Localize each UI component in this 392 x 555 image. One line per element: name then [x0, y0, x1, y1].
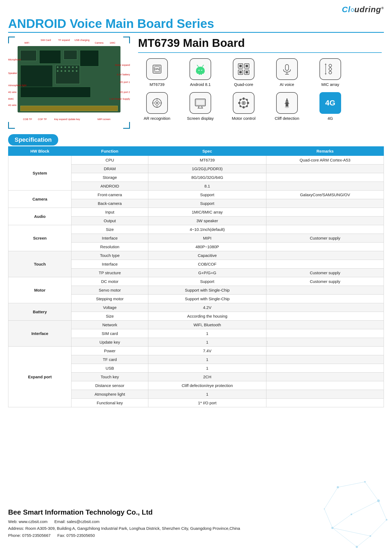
- pcb-board: [18, 46, 120, 112]
- logo-cl: Cl: [342, 5, 351, 14]
- fax-label: Fax:: [57, 533, 65, 538]
- cell-function: Size: [71, 225, 148, 234]
- svg-rect-35: [239, 71, 242, 73]
- feature-motor: Motor control: [225, 92, 263, 121]
- cell-spec: 2CH: [148, 373, 266, 381]
- cell-spec: 480P~1080P: [148, 243, 266, 251]
- cell-hwblock: Motor: [8, 277, 71, 303]
- aivoice-icon: [276, 58, 298, 80]
- svg-text:CPU: CPU: [154, 68, 159, 70]
- feature-quadcore: Quad-core: [225, 58, 263, 87]
- cell-function: Interface: [71, 260, 148, 269]
- svg-line-24: [202, 65, 204, 67]
- cell-remarks: [266, 321, 384, 329]
- svg-point-40: [329, 64, 332, 67]
- cell-spec: 7.4V: [148, 347, 266, 355]
- cell-function: Functional key: [71, 399, 148, 407]
- svg-rect-25: [196, 70, 197, 73]
- cell-remarks: [266, 199, 384, 208]
- cell-remarks: [266, 182, 384, 191]
- cell-function: Power: [71, 347, 148, 355]
- cell-remarks: [266, 329, 384, 338]
- cell-remarks: [266, 347, 384, 355]
- board-title-line: [138, 52, 382, 53]
- label-4gwire1: 4G wire: [8, 91, 17, 93]
- svg-line-94: [357, 536, 370, 547]
- feature-android-label: Android 8.1: [190, 82, 211, 87]
- cell-spec: 8G/16G/32G/64G: [148, 173, 266, 182]
- specification-heading: Specification: [8, 134, 58, 146]
- label-42vbattery: 4.2V battery: [117, 73, 130, 76]
- main-title: ANDROID Voice Main Board Series: [8, 16, 214, 31]
- email-label: Email:: [54, 519, 66, 524]
- svg-rect-65: [238, 102, 240, 104]
- address-value: Room A305-309, Building A, Gangzhilong I…: [25, 526, 240, 531]
- svg-rect-36: [246, 71, 248, 73]
- cell-function: TP structure: [71, 269, 148, 277]
- cell-spec: Support: [148, 199, 266, 208]
- svg-rect-26: [203, 70, 205, 73]
- board-title: MT6739 Main Board: [138, 37, 382, 50]
- cell-function: DRAM: [71, 164, 148, 173]
- label-keyexpand: Key expand Update key: [54, 118, 80, 121]
- cell-remarks: [266, 355, 384, 364]
- svg-point-42: [329, 71, 332, 74]
- cell-spec: 1: [148, 338, 266, 347]
- svg-rect-28: [201, 73, 202, 75]
- svg-rect-67: [239, 99, 241, 101]
- cell-function: CPU: [71, 156, 148, 164]
- cell-spec: 3W speaker: [148, 217, 266, 225]
- cell-spec: 4.2V: [148, 303, 266, 312]
- cell-spec: Support: [148, 191, 266, 199]
- svg-rect-63: [243, 98, 244, 100]
- web-value: www.czbsit.com: [19, 519, 48, 524]
- cell-hwblock: Audio: [8, 208, 71, 225]
- cell-remarks: [266, 312, 384, 321]
- android-icon: [190, 58, 211, 80]
- web-label: Web:: [8, 519, 18, 524]
- cell-function: ANDROID: [71, 182, 148, 191]
- feature-android: Android 8.1: [181, 58, 219, 87]
- cell-hwblock: Touch: [8, 251, 71, 277]
- quadcore-icon: [233, 58, 254, 80]
- feature-4g: 4G 4G: [311, 92, 349, 121]
- cell-remarks: [266, 173, 384, 182]
- table-row: MotorDC motorSupportCustomer supply: [8, 277, 384, 286]
- 4g-icon: 4G: [319, 92, 341, 114]
- cell-remarks: Customer supply: [266, 277, 384, 286]
- phone-value: 0755-23505667: [22, 533, 51, 538]
- cell-spec: 8.1: [148, 182, 266, 191]
- cell-function: DC motor: [71, 277, 148, 286]
- cell-spec: Support with Single-Chip: [148, 295, 266, 303]
- cell-remarks: [266, 251, 384, 260]
- svg-line-86: [351, 501, 378, 514]
- cell-function: USB: [71, 364, 148, 373]
- corner-bl: [8, 122, 15, 129]
- svg-point-62: [243, 102, 244, 104]
- cell-spec: 1: [148, 390, 266, 399]
- cell-spec: MIPI: [148, 234, 266, 243]
- motor-icon: [233, 92, 254, 114]
- cell-function: Touch key: [71, 373, 148, 381]
- cell-function: Resolution: [71, 243, 148, 251]
- cell-function: TF card: [71, 355, 148, 364]
- svg-line-84: [338, 482, 365, 487]
- svg-line-23: [197, 65, 198, 67]
- ar-icon: [146, 92, 168, 114]
- board-diagram: WiFi SIM Card TF expand USB charging Cam…: [8, 37, 130, 129]
- cell-spec: WiFi, Bluetooth: [148, 321, 266, 329]
- cell-hwblock: Screen: [8, 225, 71, 251]
- feature-screen: Screen display: [181, 92, 219, 121]
- svg-point-50: [156, 102, 158, 104]
- label-mipiscreen: MIPI screen: [97, 118, 110, 121]
- feature-mt6739: CPU: [138, 58, 176, 87]
- spec-table-wrap: HW Block Function Spec Remarks SystemCPU…: [8, 146, 384, 407]
- cell-function: Output: [71, 217, 148, 225]
- corner-tl: [8, 37, 15, 43]
- cell-remarks: [266, 364, 384, 373]
- cell-hwblock: Interface: [8, 321, 71, 347]
- specification-heading-wrap: Specification: [8, 134, 58, 146]
- cell-function: Voltage: [71, 303, 148, 312]
- cell-spec: 1: [148, 364, 266, 373]
- features-row1: CPU: [138, 58, 382, 87]
